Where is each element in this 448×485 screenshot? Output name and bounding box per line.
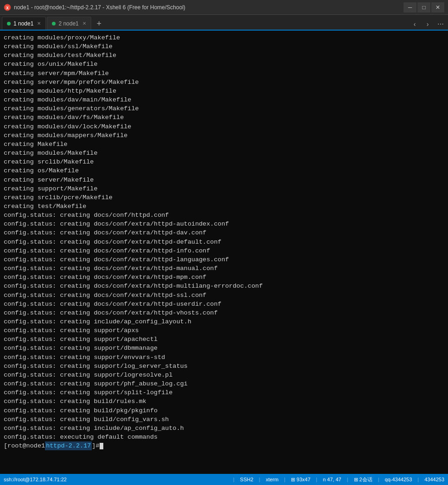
terminal-line: config.status: creating docs/conf/extra/…	[4, 273, 444, 282]
status-divider-2: |	[259, 477, 260, 482]
terminal-line: creating srclib/pcre/Makefile	[4, 193, 444, 202]
terminal-line: config.status: creating docs/conf/extra/…	[4, 228, 444, 237]
terminal-line: config.status: creating support/dbmmanag…	[4, 344, 444, 353]
terminal-line: creating modules/ssl/Makefile	[4, 42, 444, 51]
tab-node1-2[interactable]: 2 node1 ✕	[47, 17, 91, 30]
terminal-line: creating Makefile	[4, 140, 444, 149]
tab-status-dot-1	[7, 22, 11, 25]
terminal-line: creating server/Makefile	[4, 176, 444, 184]
maximize-button[interactable]: □	[417, 2, 430, 13]
terminal-line: config.status: executing default command…	[4, 433, 444, 441]
title-bar: X node1 - root@node1:~/httpd-2.2.17 - Xs…	[0, 0, 448, 15]
tab-close-2[interactable]: ✕	[82, 21, 86, 26]
terminal-line: creating srclib/Makefile	[4, 157, 444, 166]
terminal-line: config.status: creating support/logresol…	[4, 371, 444, 379]
terminal-line: creating modules/dav/lock/Makefile	[4, 122, 444, 131]
terminal-line: config.status: creating support/apxs	[4, 326, 444, 335]
status-position: n 47, 47	[323, 477, 341, 482]
terminal-line: creating os/Makefile	[4, 166, 444, 175]
status-terminal-type: xterm	[266, 477, 279, 482]
terminal-line: creating modules/mappers/Makefile	[4, 131, 444, 140]
status-right-section: | SSH2 | xterm | ⊞ 93x47 | n 47, 47 | ⊞ …	[233, 476, 444, 483]
status-divider-4: |	[316, 477, 317, 482]
terminal-line: config.status: creating support/envvars-…	[4, 353, 444, 362]
terminal-line: config.status: creating docs/conf/extra/…	[4, 238, 444, 246]
terminal-line: config.status: creating build/rules.mk	[4, 397, 444, 406]
terminal-line: creating modules/test/Makefile	[4, 51, 444, 60]
tab-node1-1[interactable]: 1 node1 ✕	[2, 17, 46, 30]
status-divider-6: |	[378, 477, 379, 482]
window-controls: ─ □ ✕	[404, 2, 444, 13]
close-button[interactable]: ✕	[431, 2, 444, 13]
tab-prev-button[interactable]: ‹	[409, 19, 420, 30]
terminal-line: creating modules/dav/fs/Makefile	[4, 113, 444, 122]
terminal-line: config.status: creating docs/conf/extra/…	[4, 264, 444, 273]
status-qq: qq-4344253	[385, 477, 412, 482]
app-icon: X	[4, 4, 11, 11]
prompt-suffix: ]#	[92, 441, 99, 450]
svg-text:X: X	[6, 6, 9, 11]
terminal-line: config.status: creating build/pkg/pkginf…	[4, 406, 444, 415]
terminal-line: config.status: creating docs/conf/extra/…	[4, 282, 444, 290]
minimize-button[interactable]: ─	[404, 2, 416, 13]
status-divider-5: |	[347, 477, 348, 482]
status-protocol: SSH2	[240, 477, 253, 482]
terminal-line: creating server/mpm/prefork/Makefile	[4, 78, 444, 87]
terminal-line: config.status: creating docs/conf/httpd.…	[4, 211, 444, 220]
terminal-line: config.status: creating docs/conf/extra/…	[4, 300, 444, 309]
tab-next-button[interactable]: ›	[422, 19, 433, 30]
status-bar: ssh://root@172.18.74.71:22 | SSH2 | xter…	[0, 474, 448, 485]
terminal-line: creating test/Makefile	[4, 202, 444, 211]
tab-label-2: 2 node1	[58, 20, 78, 27]
terminal-line: creating server/mpm/Makefile	[4, 69, 444, 78]
terminal-cursor	[100, 443, 103, 449]
status-ssh-info: ssh://root@172.18.74.71:22	[4, 477, 67, 482]
terminal-line: creating modules/http/Makefile	[4, 87, 444, 95]
prompt-line: [root@node1 httpd-2.2.17]#	[4, 441, 444, 450]
terminal-line: creating modules/generators/Makefile	[4, 104, 444, 113]
status-divider-3: |	[284, 477, 285, 482]
terminal-line: creating support/Makefile	[4, 184, 444, 193]
terminal-line: creating modules/proxy/Makefile	[4, 33, 444, 42]
terminal-line: config.status: creating support/apachect…	[4, 335, 444, 344]
status-divider-1: |	[233, 477, 234, 482]
terminal-line: config.status: creating docs/conf/extra/…	[4, 246, 444, 255]
tab-close-1[interactable]: ✕	[37, 21, 41, 26]
terminal-line: creating os/unix/Makefile	[4, 60, 444, 69]
terminal-line: config.status: creating support/phf_abus…	[4, 379, 444, 388]
status-grid-size: ⊞ 93x47	[291, 477, 310, 483]
tab-menu-button[interactable]: ⋯	[435, 19, 446, 30]
prompt-user: [root@node1	[4, 441, 45, 450]
terminal-line: config.status: creating include/ap_confi…	[4, 317, 444, 326]
terminal-line: config.status: creating docs/conf/extra/…	[4, 220, 444, 228]
tab-status-dot-2	[52, 22, 56, 25]
terminal-line: creating modules/Makefile	[4, 149, 444, 157]
terminal-output[interactable]: creating modules/proxy/Makefilecreating …	[0, 31, 448, 474]
status-divider-7: |	[417, 477, 419, 482]
terminal-line: config.status: creating include/ap_confi…	[4, 424, 444, 433]
status-sessions: ⊞ 2会话	[354, 476, 372, 483]
terminal-line: config.status: creating docs/conf/extra/…	[4, 291, 444, 300]
terminal-line: config.status: creating docs/conf/extra/…	[4, 309, 444, 317]
terminal-line: config.status: creating support/log_serv…	[4, 362, 444, 371]
terminal-line: creating modules/dav/main/Makefile	[4, 95, 444, 104]
tab-navigation: ‹ › ⋯	[409, 19, 446, 30]
add-tab-button[interactable]: +	[93, 18, 105, 30]
window-title: node1 - root@node1:~/httpd-2.2.17 - Xshe…	[14, 4, 404, 11]
tab-label-1: 1 node1	[13, 20, 33, 27]
terminal-line: config.status: creating support/split-lo…	[4, 388, 444, 397]
terminal-line: config.status: creating docs/conf/extra/…	[4, 255, 444, 264]
terminal-line: config.status: creating build/config_var…	[4, 415, 444, 424]
prompt-directory: httpd-2.2.17	[45, 441, 92, 450]
tab-bar: 1 node1 ✕ 2 node1 ✕ + ‹ › ⋯	[0, 15, 448, 31]
status-extra: 4344253	[424, 477, 444, 482]
status-ssh-label: ssh://root@172.18.74.71:22	[4, 477, 67, 482]
